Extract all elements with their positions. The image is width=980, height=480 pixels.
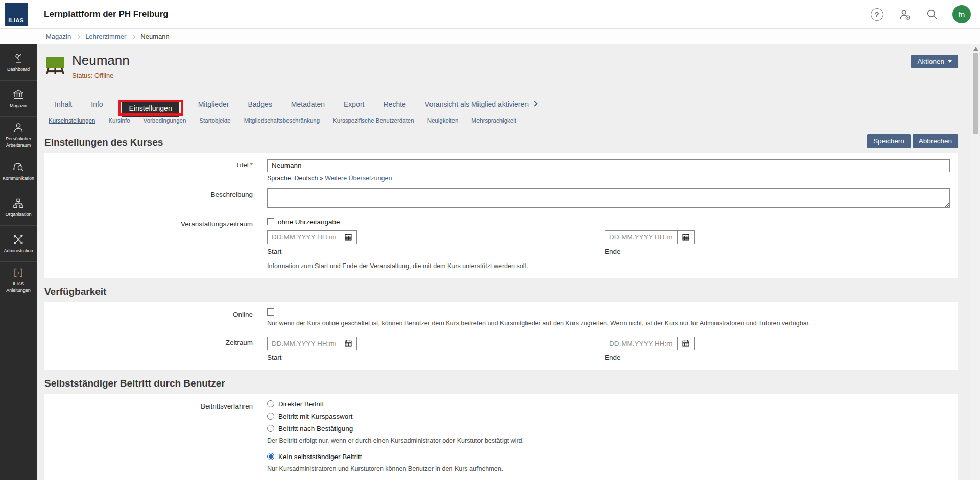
end-label: Ende	[605, 248, 950, 255]
radio-button[interactable]	[267, 425, 274, 432]
confirm-join-help: Der Beitritt erfolgt nur, wenn er durch …	[267, 437, 950, 444]
scroll-up-arrow-icon[interactable]	[973, 47, 978, 51]
course-header: Neumann Status: Offline Aktionen	[44, 53, 958, 79]
breadcrumb-current[interactable]: Neumann	[140, 33, 169, 40]
tools-icon	[12, 233, 25, 246]
radio-direkter-beitritt: Direkter Beitritt	[267, 400, 950, 408]
subtab-bar: Kurseinstellungen Kursinfo Vorbedingunge…	[44, 113, 958, 127]
self-join-panel: Beitrittsverfahren Direkter Beitritt Bei…	[44, 394, 958, 480]
period-label: Zeitraum	[44, 337, 267, 362]
main-content: Neumann Status: Offline Aktionen Inhalt …	[37, 44, 971, 480]
repository-building-icon	[12, 88, 25, 101]
calendar-button[interactable]	[678, 337, 695, 350]
help-icon[interactable]	[870, 7, 884, 21]
form-title: Einstellungen des Kurses	[44, 137, 163, 148]
subtab-mehrsprachigkeit[interactable]: Mehrsprachigkeit	[471, 117, 516, 124]
description-textarea[interactable]	[267, 188, 950, 208]
sidebar: Dashboard Magazin Persönlicher Arbeitsra…	[0, 44, 37, 480]
subtab-startobjekte[interactable]: Startobjekte	[199, 117, 230, 124]
event-start-input[interactable]	[267, 230, 340, 244]
join-method-row: Beitrittsverfahren Direkter Beitritt Bei…	[44, 400, 958, 472]
tab-rechte[interactable]: Rechte	[384, 96, 406, 113]
no-time-checkbox[interactable]	[267, 218, 274, 225]
online-label: Online	[44, 308, 267, 327]
chevron-right-icon	[532, 101, 537, 107]
calendar-button[interactable]	[340, 337, 357, 350]
topbar-actions: fn	[870, 0, 971, 29]
availability-start-input[interactable]	[267, 337, 340, 350]
no-self-join-help: Nur Kursadministratoren und Kurstutoren …	[267, 465, 950, 472]
online-row: Online Nur wenn der Kurs online geschalt…	[44, 308, 958, 327]
search-icon[interactable]	[925, 7, 939, 21]
form-header: Einstellungen des Kurses Speichern Abbre…	[44, 134, 958, 153]
help-brackets-icon	[12, 267, 25, 279]
availability-period-row: Zeitraum Start	[44, 337, 958, 362]
chevron-right-icon	[76, 34, 80, 38]
description-row: Beschreibung	[44, 188, 958, 209]
breadcrumb: Magazin Lehrerzimmer Neumann	[0, 29, 980, 44]
tab-info[interactable]: Info	[91, 96, 103, 113]
sidebar-item-dashboard[interactable]: Dashboard	[0, 44, 37, 81]
tab-inhalt[interactable]: Inhalt	[55, 96, 72, 113]
chevron-right-icon	[131, 34, 135, 38]
no-time-checkbox-label[interactable]: ohne Uhrzeitangabe	[278, 218, 340, 226]
radio-button[interactable]	[267, 400, 274, 407]
calendar-icon	[344, 339, 352, 347]
tab-bar: Inhalt Info Einstellungen Mitglieder Bad…	[44, 96, 958, 113]
org-chart-icon	[12, 197, 25, 209]
avatar[interactable]: fn	[952, 5, 971, 23]
title-input[interactable]	[267, 159, 950, 172]
sidebar-item-ilias-anleitungen[interactable]: ILIAS Anleitungen	[0, 262, 37, 298]
status-badge: Status: Offline	[72, 71, 130, 79]
sidebar-item-organisation[interactable]: Organisation	[0, 189, 37, 226]
subtab-vorbedingungen[interactable]: Vorbedingungen	[144, 117, 186, 124]
vertical-scrollbar[interactable]	[971, 44, 980, 480]
course-board-icon	[44, 53, 66, 75]
event-end-input[interactable]	[605, 230, 678, 244]
user-notification-icon[interactable]	[897, 7, 912, 21]
breadcrumb-magazin[interactable]: Magazin	[46, 33, 71, 40]
event-period-label: Veranstaltungszeitraum	[44, 218, 267, 270]
user-icon	[12, 122, 25, 134]
more-translations-link[interactable]: Weitere Übersetzungen	[325, 175, 392, 182]
save-button[interactable]: Speichern	[867, 134, 911, 148]
sidebar-item-administration[interactable]: Administration	[0, 226, 37, 262]
caret-down-icon	[948, 60, 952, 63]
sidebar-item-magazin[interactable]: Magazin	[0, 81, 37, 117]
self-join-heading: Selbstständiger Beitritt durch Benutzer	[44, 378, 958, 389]
subtab-kurseinstellungen[interactable]: Kurseinstellungen	[49, 117, 95, 124]
online-checkbox[interactable]	[267, 308, 274, 316]
course-settings-panel: Titel* Sprache: Deutsch » Weitere Überse…	[44, 153, 958, 278]
sidebar-item-kommunikation[interactable]: Kommunikation	[0, 153, 37, 189]
subtab-kursinfo[interactable]: Kursinfo	[108, 117, 130, 124]
scrollbar-thumb[interactable]	[973, 53, 978, 134]
sidebar-item-persoenlicher-arbeitsraum[interactable]: Persönlicher Arbeitsraum	[0, 117, 37, 153]
subtab-mitgliedschaftsbeschraenkung[interactable]: Mitgliedschaftsbeschränkung	[244, 117, 320, 124]
dashboard-lamp-icon	[12, 52, 25, 64]
event-period-help: Information zum Start und Ende der Veran…	[267, 262, 950, 270]
radio-button[interactable]	[267, 413, 274, 420]
event-period-row: Veranstaltungszeitraum ohne Uhrzeitangab…	[44, 218, 958, 270]
actions-button[interactable]: Aktionen	[911, 55, 958, 68]
subtab-neuigkeiten[interactable]: Neuigkeiten	[427, 117, 459, 124]
calendar-button[interactable]	[340, 230, 357, 244]
radio-button-selected[interactable]	[267, 453, 274, 460]
tab-mitglieder[interactable]: Mitglieder	[198, 96, 229, 113]
tab-metadaten[interactable]: Metadaten	[291, 96, 325, 113]
page-title: Neumann	[72, 53, 130, 68]
subtab-kursspezifische-benutzerdaten[interactable]: Kursspezifische Benutzerdaten	[333, 117, 414, 124]
ilias-logo[interactable]: ILIAS	[5, 3, 28, 26]
ilias-logo-text: ILIAS	[8, 17, 24, 23]
tab-badges[interactable]: Badges	[248, 96, 272, 113]
breadcrumb-lehrerzimmer[interactable]: Lehrerzimmer	[85, 33, 126, 40]
cancel-button[interactable]: Abbrechen	[913, 134, 958, 148]
calendar-button[interactable]	[678, 230, 695, 244]
tab-export[interactable]: Export	[344, 96, 364, 113]
tab-einstellungen[interactable]: Einstellungen	[122, 100, 179, 117]
app-title: Lernplattform der PH Freiburg	[44, 9, 169, 19]
calendar-icon	[682, 233, 690, 241]
member-preview-action[interactable]: Voransicht als Mitglied aktivieren	[425, 96, 537, 113]
end-label: Ende	[605, 354, 950, 362]
online-help: Nur wenn der Kurs online geschaltet ist,…	[267, 320, 950, 327]
availability-end-input[interactable]	[605, 337, 678, 350]
